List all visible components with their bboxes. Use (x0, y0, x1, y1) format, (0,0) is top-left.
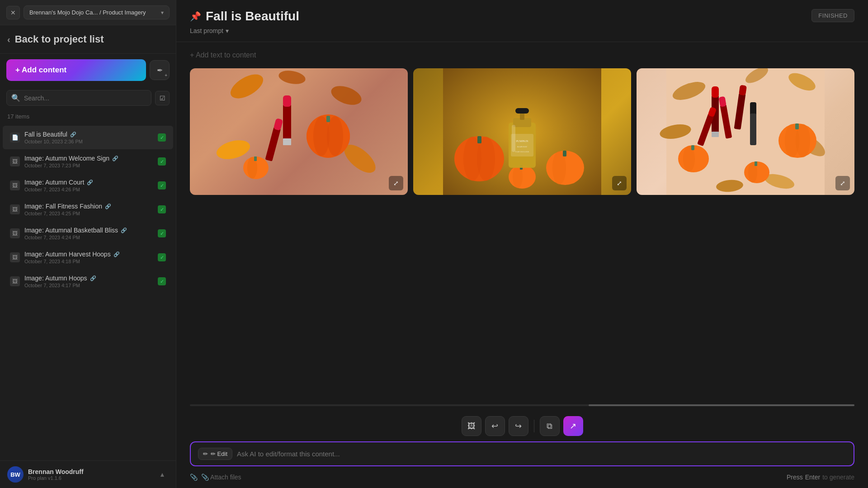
copy-icon: ⧉ (547, 422, 552, 431)
last-prompt-button[interactable]: Last prompt ▾ (190, 27, 299, 34)
item-title: Image: Autumn Hoops 🔗 (24, 275, 153, 282)
workspace-selector[interactable]: Brennan's Mojo Dojo Ca... / Product Imag… (24, 5, 170, 19)
item-icon: 🖼 (10, 276, 20, 286)
item-icon: 🖼 (10, 228, 20, 238)
svg-rect-16 (265, 127, 281, 161)
plus-icon: + (165, 73, 167, 78)
sidebar-footer: BW Brennan Woodruff Pro plan v1.1.6 ▲ (0, 460, 176, 488)
attach-files-row: 📎 📎 Attach files Press Enter to generate (176, 474, 868, 488)
arrow-left-icon: ‹ (7, 34, 10, 45)
check-badge: ✓ (158, 253, 166, 261)
search-icon: 🔍 (11, 94, 20, 102)
pin-icon: 📌 (190, 11, 201, 22)
expand-icon-1[interactable]: ⤢ (389, 176, 403, 190)
item-icon: 🖼 (10, 204, 20, 214)
list-item[interactable]: 🖼 Image: Autumn Welcome Sign 🔗 October 7… (3, 150, 173, 173)
item-date: October 7, 2023 7:23 PM (24, 163, 153, 168)
pen-add-button[interactable]: ✒ + (150, 60, 170, 80)
link-icon: 🔗 (90, 275, 96, 281)
svg-rect-55 (755, 161, 757, 166)
add-content-label: + Add content (15, 66, 66, 75)
workspace-label: Brennan's Mojo Dojo Ca... / Product Imag… (29, 9, 146, 16)
svg-rect-57 (712, 86, 719, 98)
add-content-button[interactable]: + Add content (6, 59, 146, 81)
image-card-3[interactable]: ⤢ (637, 68, 854, 195)
link-icon: 🔗 (70, 132, 76, 137)
image-card-2[interactable]: PUMPKIN HARVEST PARFUM ELIXIR ⤢ (413, 68, 631, 195)
search-input-wrap[interactable]: 🔍 (6, 90, 151, 106)
expand-icon-3[interactable]: ⤢ (835, 176, 850, 190)
edit-label[interactable]: ✏ ✏ Edit (198, 448, 232, 460)
svg-rect-12 (254, 156, 257, 161)
item-title: Image: Fall Fitness Fashion 🔗 (24, 203, 153, 210)
image-card-1[interactable]: ⤢ (190, 68, 408, 195)
attach-files-label: 📎 Attach files (201, 474, 241, 481)
image-button[interactable]: 🖼 (462, 416, 481, 436)
list-item[interactable]: 📄 Fall is Beautiful 🔗 October 10, 2023 2… (3, 126, 173, 149)
list-item[interactable]: 🖼 Image: Autumnal Basketball Bliss 🔗 Oct… (3, 222, 173, 245)
svg-point-1 (329, 82, 364, 109)
list-item[interactable]: 🖼 Image: Autumn Hoops 🔗 October 7, 2023 … (3, 270, 173, 293)
attach-files-button[interactable]: 📎 📎 Attach files (190, 474, 241, 481)
user-details: Brennan Woodruff Pro plan v1.1.6 (28, 468, 84, 481)
items-count: 17 items (0, 109, 176, 123)
scroll-track[interactable] (190, 404, 854, 406)
item-text: Image: Autumn Welcome Sign 🔗 October 7, … (24, 155, 153, 168)
list-item[interactable]: 🖼 Image: Fall Fitness Fashion 🔗 October … (3, 198, 173, 221)
redo-icon: ↪ (515, 421, 522, 431)
item-icon: 🖼 (10, 252, 20, 262)
svg-point-0 (226, 70, 267, 104)
press-enter-hint: Press Enter to generate (787, 474, 854, 481)
svg-rect-15 (283, 138, 291, 145)
item-date: October 7, 2023 4:17 PM (24, 283, 153, 288)
svg-rect-14 (283, 95, 291, 107)
redo-button[interactable]: ↪ (509, 416, 528, 436)
to-generate-label: to generate (822, 474, 854, 481)
sidebar: ✕ Brennan's Mojo Dojo Ca... / Product Im… (0, 0, 176, 488)
undo-button[interactable]: ↩ (485, 416, 505, 436)
svg-text:PARFUM ELIXIR: PARFUM ELIXIR (515, 151, 529, 153)
item-title: Fall is Beautiful 🔗 (24, 131, 153, 138)
item-icon: 🖼 (10, 180, 20, 190)
chevron-up-button[interactable]: ▲ (156, 468, 169, 481)
share-icon: ↗ (570, 421, 576, 431)
expand-icon-2[interactable]: ⤢ (612, 176, 627, 190)
search-input[interactable] (24, 95, 146, 102)
enter-label: Enter (805, 474, 820, 481)
item-text: Image: Fall Fitness Fashion 🔗 October 7,… (24, 203, 153, 216)
svg-point-4 (278, 69, 307, 86)
prompt-bar[interactable]: ✏ ✏ Edit (190, 441, 854, 466)
toolbar-divider (534, 420, 534, 432)
copy-button[interactable]: ⧉ (540, 416, 560, 436)
prompt-input[interactable] (237, 450, 846, 458)
svg-rect-17 (274, 118, 283, 131)
item-icon: 🖼 (10, 156, 20, 166)
check-all-button[interactable]: ☑ (155, 91, 170, 105)
item-date: October 7, 2023 4:24 PM (24, 235, 153, 240)
list-item[interactable]: 🖼 Image: Autumn Court 🔗 October 7, 2023 … (3, 174, 173, 197)
chevron-down-icon: ▾ (226, 27, 229, 34)
svg-rect-25 (563, 151, 566, 156)
share-button[interactable]: ↗ (563, 416, 583, 436)
add-text-button[interactable]: + Add text to content (176, 42, 868, 68)
pen-icon: ✏ (203, 450, 208, 457)
item-date: October 7, 2023 4:18 PM (24, 259, 153, 264)
item-title: Image: Autumnal Basketball Bliss 🔗 (24, 227, 153, 234)
item-icon: 📄 (10, 133, 20, 142)
svg-rect-66 (750, 114, 756, 145)
main-title: 📌 Fall is Beautiful (190, 9, 299, 24)
toolbar-row: 🖼 ↩ ↪ ⧉ ↗ (176, 411, 868, 441)
sidebar-header: ✕ Brennan's Mojo Dojo Ca... / Product Im… (0, 0, 176, 25)
add-content-row: + Add content ✒ + (0, 54, 176, 86)
scroll-thumb[interactable] (589, 404, 854, 406)
check-badge: ✓ (158, 277, 166, 285)
list-item[interactable]: 🖼 Image: Autumn Harvest Hoops 🔗 October … (3, 246, 173, 269)
title-text: Fall is Beautiful (206, 9, 299, 24)
back-to-project-button[interactable]: ‹ Back to project list (0, 25, 176, 54)
close-button[interactable]: ✕ (6, 6, 20, 19)
svg-rect-37 (512, 125, 515, 152)
images-area: ⤢ (176, 68, 868, 404)
items-list: 📄 Fall is Beautiful 🔗 October 10, 2023 2… (0, 123, 176, 460)
item-text: Image: Autumn Harvest Hoops 🔗 October 7,… (24, 251, 153, 264)
undo-icon: ↩ (491, 421, 498, 431)
